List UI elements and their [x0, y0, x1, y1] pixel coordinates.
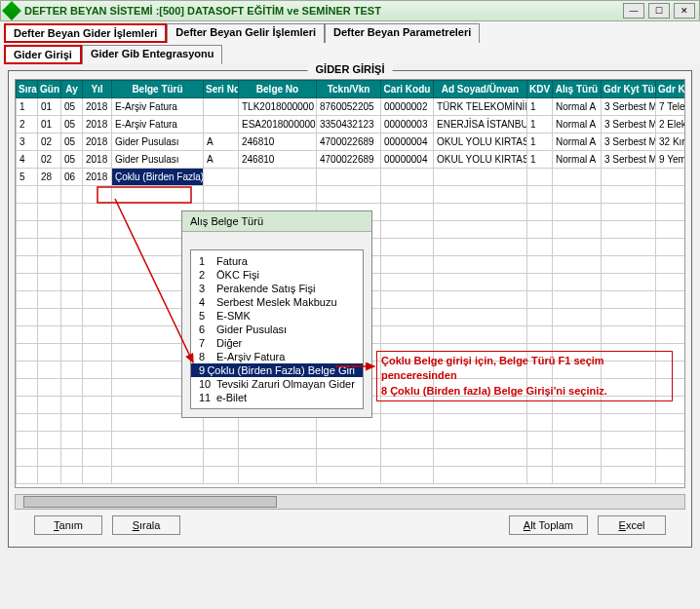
col-header[interactable]: Alış Türü: [553, 81, 602, 98]
cell-belge[interactable]: E-Arşiv Fatura: [112, 116, 204, 133]
cell-gun[interactable]: 01: [38, 98, 61, 116]
cell-gun[interactable]: 02: [38, 151, 61, 169]
col-header[interactable]: Gdr Kyt Alt: [656, 81, 686, 98]
cell-unvan[interactable]: OKUL YOLU KIRTASİ O: [434, 151, 527, 169]
popup-list[interactable]: 1Fatura2ÖKC Fişi3Perakende Satış Fişi4Se…: [190, 249, 364, 409]
cell-ay[interactable]: 05: [61, 98, 83, 116]
sub-tab-0[interactable]: Gider Girişi: [4, 45, 82, 64]
cell-kdv[interactable]: 1: [527, 151, 553, 169]
table-row[interactable]: [17, 432, 686, 449]
col-header[interactable]: KDV: [527, 81, 553, 98]
cell-ay[interactable]: 05: [61, 116, 83, 133]
col-header[interactable]: Yıl: [83, 81, 112, 98]
col-header[interactable]: Belge Türü: [112, 81, 204, 98]
table-row[interactable]: 302052018Gider PusulasıA2468104700022689…: [17, 133, 686, 151]
cell-sira[interactable]: 3: [17, 133, 38, 151]
cell-kdv[interactable]: 1: [527, 98, 553, 116]
cell-seri[interactable]: [204, 98, 239, 116]
cell-yil[interactable]: 2018: [83, 133, 112, 151]
cell-alis[interactable]: Normal A: [553, 133, 602, 151]
table-row[interactable]: 201052018E-Arşiv FaturaESA20180000003350…: [17, 116, 686, 133]
cell-belge[interactable]: E-Arşiv Fatura: [112, 98, 204, 116]
popup-item-8[interactable]: 8E-Arşiv Fatura: [191, 350, 363, 363]
cell-belge[interactable]: Çoklu (Birden Fazla): [112, 169, 204, 186]
minimize-button[interactable]: —: [623, 3, 644, 19]
cell-gdr1[interactable]: 3 Serbest M: [602, 116, 656, 133]
cell-gdr2[interactable]: 9 Yemek, M Gider F: [656, 151, 686, 169]
popup-item-6[interactable]: 6Gider Pusulası: [191, 323, 363, 336]
popup-item-11[interactable]: 11e-Bilet: [191, 391, 363, 404]
tanim-button[interactable]: Tanım: [34, 515, 102, 535]
cell-tckn[interactable]: 8760052205: [317, 98, 381, 116]
cell-kdv[interactable]: 1: [527, 116, 553, 133]
cell-gdr2[interactable]: 2 Elektrik ( E-Arşiv: [656, 116, 686, 133]
cell-belgeno[interactable]: 246810: [239, 133, 317, 151]
cell-ay[interactable]: 05: [61, 133, 83, 151]
col-header[interactable]: Sıra: [17, 81, 38, 98]
cell-alis[interactable]: [553, 169, 602, 186]
cell-sira[interactable]: 5: [17, 169, 38, 186]
cell-cari[interactable]: [381, 169, 434, 186]
cell-belgeno[interactable]: TLK2018000000: [239, 98, 317, 116]
cell-tckn[interactable]: 4700022689: [317, 133, 381, 151]
cell-sira[interactable]: 1: [17, 98, 38, 116]
cell-belgeno[interactable]: [239, 169, 317, 186]
cell-gdr1[interactable]: 3 Serbest M: [602, 98, 656, 116]
popup-item-5[interactable]: 5E-SMK: [191, 309, 363, 323]
col-header[interactable]: Ad Soyad/Ünvan: [434, 81, 527, 98]
popup-item-3[interactable]: 3Perakende Satış Fişi: [191, 282, 363, 295]
main-tab-1[interactable]: Defter Beyan Gelir İşlemleri: [167, 23, 325, 43]
table-row[interactable]: 528062018Çoklu (Birden Fazla): [17, 169, 686, 186]
cell-gun[interactable]: 28: [38, 169, 61, 186]
cell-yil[interactable]: 2018: [83, 169, 112, 186]
cell-ay[interactable]: 05: [61, 151, 83, 169]
cell-yil[interactable]: 2018: [83, 98, 112, 116]
cell-gdr2[interactable]: 7 Telefon-F E-Arşiv: [656, 98, 686, 116]
cell-gun[interactable]: 02: [38, 133, 61, 151]
cell-ay[interactable]: 06: [61, 169, 83, 186]
close-button[interactable]: ✕: [674, 3, 695, 19]
cell-cari[interactable]: 00000003: [381, 116, 434, 133]
col-header[interactable]: Cari Kodu: [381, 81, 434, 98]
table-row[interactable]: 402052018Gider PusulasıA2468104700022689…: [17, 151, 686, 169]
cell-sira[interactable]: 2: [17, 116, 38, 133]
cell-gdr2[interactable]: 32 Kırtasiye Gider F: [656, 133, 686, 151]
table-row[interactable]: 101052018E-Arşiv FaturaTLK20180000008760…: [17, 98, 686, 116]
cell-tckn[interactable]: 3350432123: [317, 116, 381, 133]
cell-unvan[interactable]: OKUL YOLU KIRTASİ D: [434, 133, 527, 151]
alt-toplam-button[interactable]: Alt Toplam: [509, 515, 588, 535]
popup-item-1[interactable]: 1Fatura: [191, 254, 363, 268]
cell-kdv[interactable]: [527, 169, 553, 186]
cell-unvan[interactable]: [434, 169, 527, 186]
popup-item-10[interactable]: 10Tevsiki Zaruri Olmayan Gider: [191, 377, 363, 391]
cell-gdr2[interactable]: [656, 169, 686, 186]
main-tab-0[interactable]: Defter Beyan Gider İşlemleri: [4, 23, 167, 43]
col-header[interactable]: Tckn/Vkn: [317, 81, 381, 98]
cell-unvan[interactable]: TÜRK TELEKOMİNİK A: [434, 98, 527, 116]
cell-yil[interactable]: 2018: [83, 116, 112, 133]
popup-item-9[interactable]: 9Çoklu (Birden Fazla) Belge Giri: [191, 363, 363, 377]
col-header[interactable]: Ay: [61, 81, 83, 98]
cell-alis[interactable]: Normal A: [553, 151, 602, 169]
scrollbar-thumb[interactable]: [23, 496, 277, 508]
cell-seri[interactable]: A: [204, 133, 239, 151]
popup-item-4[interactable]: 4Serbest Meslek Makbuzu: [191, 295, 363, 309]
popup-item-2[interactable]: 2ÖKC Fişi: [191, 268, 363, 282]
cell-seri[interactable]: [204, 116, 239, 133]
cell-kdv[interactable]: 1: [527, 133, 553, 151]
cell-alis[interactable]: Normal A: [553, 98, 602, 116]
cell-belgeno[interactable]: 246810: [239, 151, 317, 169]
cell-gdr1[interactable]: 3 Serbest M: [602, 151, 656, 169]
table-row[interactable]: [17, 186, 686, 204]
table-row[interactable]: [17, 449, 686, 467]
cell-yil[interactable]: 2018: [83, 151, 112, 169]
sub-tab-1[interactable]: Gider Gib Entegrasyonu: [82, 45, 223, 64]
cell-belge[interactable]: Gider Pusulası: [112, 151, 204, 169]
cell-seri[interactable]: [204, 169, 239, 186]
cell-tckn[interactable]: [317, 169, 381, 186]
cell-belgeno[interactable]: ESA2018000000: [239, 116, 317, 133]
cell-gdr1[interactable]: [602, 169, 656, 186]
excel-button[interactable]: Excel: [598, 515, 666, 535]
col-header[interactable]: Seri No: [204, 81, 239, 98]
cell-cari[interactable]: 00000002: [381, 98, 434, 116]
